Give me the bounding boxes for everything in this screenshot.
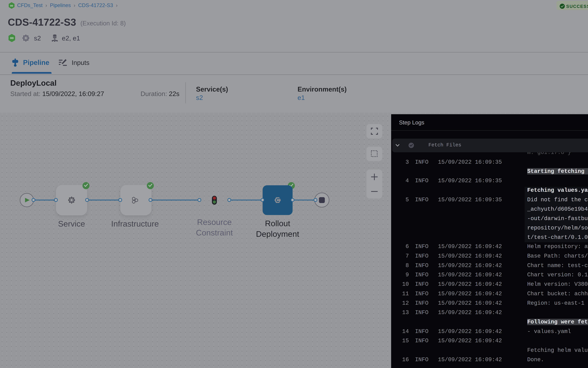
svg-text:∞: ∞ [10,35,14,41]
svg-text:∞: ∞ [10,3,13,8]
